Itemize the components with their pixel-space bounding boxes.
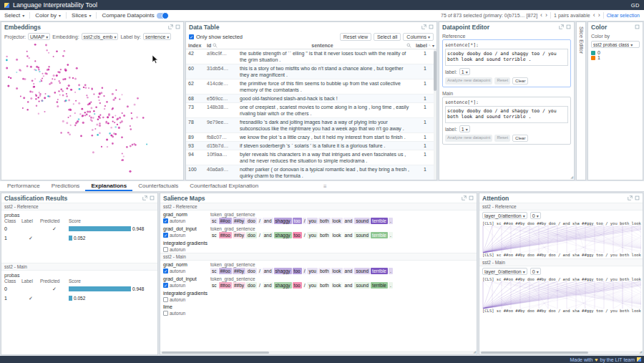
reset-button[interactable]: Reset	[494, 135, 510, 142]
analyze-new-datapoint-button[interactable]: Analyze new datapoint	[445, 77, 492, 84]
search-icon[interactable]	[406, 43, 411, 48]
autorun-checkbox[interactable]: autorun	[163, 311, 208, 316]
salience-token[interactable]: ##oo	[219, 232, 232, 238]
maximize-icon[interactable]	[429, 24, 434, 29]
salience-token[interactable]: shaggy	[274, 232, 292, 238]
salience-token[interactable]: look	[331, 232, 343, 238]
salience-token[interactable]: ##oo	[219, 218, 232, 224]
salience-token[interactable]: and	[343, 218, 354, 224]
salience-token[interactable]: shaggy	[274, 282, 292, 289]
popout-icon[interactable]	[628, 195, 633, 200]
salience-token[interactable]: sc	[210, 232, 218, 238]
salience-token[interactable]: too	[293, 218, 302, 224]
salience-token[interactable]: terrible	[371, 282, 388, 289]
table-row[interactable]: 6031db54…this is a story of two misfits …	[186, 64, 436, 79]
salience-token[interactable]: look	[331, 268, 343, 274]
autorun-checkbox[interactable]: ✓autorun	[163, 283, 208, 288]
salience-token[interactable]: /	[303, 218, 307, 224]
autorun-checkbox[interactable]: ✓autorun	[163, 233, 208, 238]
salience-token[interactable]: doo	[246, 268, 257, 274]
resize-grip-icon[interactable]: ◢	[639, 349, 642, 354]
resize-grip-icon[interactable]: ◢	[473, 349, 476, 354]
autorun-checkbox[interactable]: ✓autorun	[163, 268, 208, 274]
salience-token[interactable]: /	[258, 282, 262, 289]
salience-token[interactable]: terrible	[371, 268, 388, 274]
popout-icon[interactable]	[559, 24, 564, 29]
next-pair-button[interactable]: ›	[598, 12, 600, 19]
color-by-select[interactable]: sst2 probas class▾	[591, 41, 640, 48]
reset-view-button[interactable]: Reset view	[340, 33, 371, 41]
salience-token[interactable]: doo	[246, 232, 257, 238]
analyze-new-datapoint-button[interactable]: Analyze new datapoint	[445, 135, 492, 142]
table-row[interactable]: 10040a6a9…nother parker ( or donovan is …	[186, 165, 436, 180]
salience-token[interactable]: sound	[354, 268, 370, 274]
label-select[interactable]: 1▾	[459, 125, 470, 132]
table-row[interactable]: 93d15b7d…if steven soderbergh 's ` solar…	[186, 142, 436, 150]
sentence-textarea[interactable]: scooby dooby doo / and shaggy too / you …	[445, 49, 568, 66]
maximize-icon[interactable]	[150, 195, 155, 200]
salience-token[interactable]: both	[318, 282, 331, 289]
search-icon[interactable]	[429, 43, 431, 48]
salience-token[interactable]: ##by	[233, 282, 245, 289]
label-select[interactable]: 1▾	[459, 68, 470, 75]
tab-explanations[interactable]: Explanations	[85, 181, 132, 191]
head-select[interactable]: 0▾	[530, 268, 541, 275]
salience-token[interactable]: /	[258, 232, 262, 238]
user-initials[interactable]: GD	[631, 2, 640, 9]
salience-token[interactable]: ##oo	[219, 282, 232, 289]
embedding-select[interactable]: sst2:cls_emb▾	[82, 33, 119, 40]
prev-datapoint-button[interactable]: ‹	[540, 12, 542, 19]
salience-token[interactable]: too	[293, 282, 302, 289]
table-row[interactable]: 73148b38…one of creepiest , scariest mov…	[186, 103, 436, 118]
salience-token[interactable]: terrible	[371, 232, 388, 238]
salience-token[interactable]: shaggy	[274, 268, 292, 274]
layer-select[interactable]: layer_0/attention▾	[482, 212, 527, 219]
compare-datapoints-toggle[interactable]	[157, 13, 168, 19]
clear-button[interactable]: Clear	[512, 77, 528, 84]
tab-performance[interactable]: Performance	[1, 181, 46, 191]
maximize-icon[interactable]	[635, 24, 640, 29]
salience-token[interactable]: shaggy	[274, 218, 292, 224]
autorun-checkbox[interactable]: autorun	[163, 247, 208, 252]
salience-token[interactable]: /	[303, 282, 307, 289]
table-row[interactable]: 9410f9aa…byler reveals his characters in…	[186, 150, 436, 165]
table-row[interactable]: 68e569cc…good old-fashioned slash-and-ha…	[186, 95, 436, 103]
search-icon[interactable]	[213, 43, 218, 48]
popout-icon[interactable]	[168, 24, 173, 29]
autorun-checkbox[interactable]: ✓autorun	[163, 218, 208, 223]
salience-token[interactable]: .	[389, 232, 393, 238]
popout-icon[interactable]	[421, 24, 426, 29]
salience-token[interactable]: and	[263, 218, 273, 224]
popout-icon[interactable]	[142, 195, 147, 200]
salience-token[interactable]: sc	[210, 282, 218, 289]
salience-token[interactable]: .	[389, 282, 393, 289]
table-row[interactable]: 789e79ee…fresnadillo 's dark and jolting…	[186, 118, 436, 133]
color-by-menu[interactable]: Color by▾	[35, 12, 61, 19]
salience-token[interactable]: sc	[210, 218, 218, 224]
popout-icon[interactable]	[462, 195, 467, 200]
salience-token[interactable]: doo	[246, 282, 257, 289]
slices-menu[interactable]: Slices▾	[72, 12, 91, 19]
horizontal-scrollbar[interactable]	[479, 351, 643, 354]
salience-token[interactable]: you	[307, 232, 317, 238]
salience-token[interactable]: ##oo	[219, 268, 232, 274]
table-row[interactable]: 89fb8c07…we know the plot 's a little cr…	[186, 133, 436, 142]
horizontal-scrollbar[interactable]	[160, 351, 477, 354]
layer-select[interactable]: layer_0/attention▾	[482, 268, 527, 275]
slice-editor-collapsed[interactable]: Slice Editor	[576, 21, 586, 180]
autorun-checkbox[interactable]: autorun	[163, 297, 208, 302]
salience-token[interactable]: sound	[354, 282, 370, 289]
salience-token[interactable]: and	[343, 268, 354, 274]
salience-token[interactable]: and	[343, 232, 354, 238]
vertical-scrollbar[interactable]	[434, 49, 436, 180]
salience-token[interactable]: terrible	[371, 218, 388, 224]
maximize-icon[interactable]	[635, 195, 640, 200]
salience-token[interactable]: and	[263, 232, 273, 238]
resize-grip-icon[interactable]: ◢	[570, 175, 573, 179]
select-all-button[interactable]: Select all	[374, 33, 401, 41]
salience-token[interactable]: look	[331, 282, 343, 289]
salience-token[interactable]: sound	[354, 218, 370, 224]
salience-token[interactable]: and	[263, 268, 273, 274]
salience-token[interactable]: and	[343, 282, 354, 289]
salience-token[interactable]: you	[307, 218, 317, 224]
